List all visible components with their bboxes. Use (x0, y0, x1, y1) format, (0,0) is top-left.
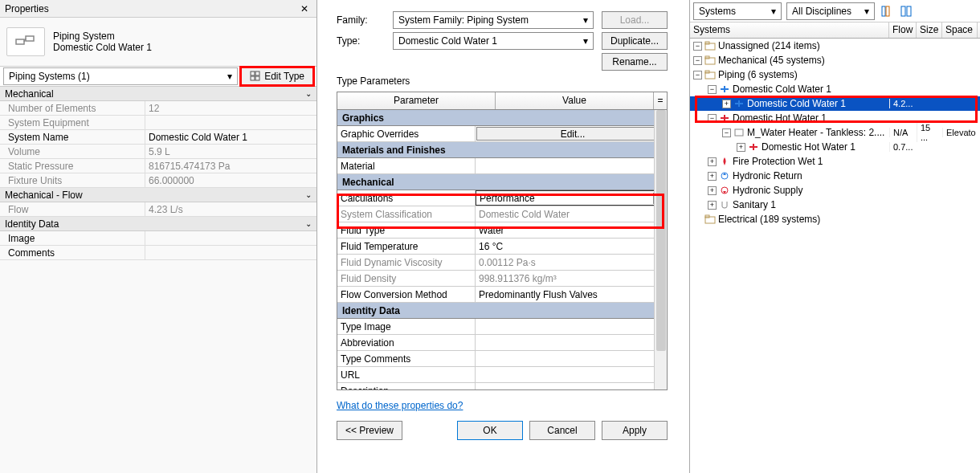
family-dropdown[interactable]: System Family: Piping System▾ (393, 11, 594, 29)
expand-toggle[interactable]: + (708, 186, 717, 195)
preview-button[interactable]: << Preview (337, 421, 402, 440)
section-header[interactable]: Identity Data⌄ (0, 217, 316, 231)
close-icon[interactable]: ✕ (297, 3, 312, 14)
col-size[interactable]: Size (917, 22, 942, 38)
edit-type-button[interactable]: Edit Type (241, 67, 313, 85)
tree-row[interactable]: −M_Water Heater - Tankless: 2....N/A15 .… (690, 125, 980, 140)
svg-rect-0 (16, 39, 24, 44)
property-row[interactable]: Flow4.23 L/s (0, 202, 316, 217)
parameter-column: Parameter (337, 92, 496, 109)
col-flow[interactable]: Flow (889, 22, 917, 38)
tree-row[interactable]: −Piping (6 systems) (690, 67, 980, 82)
expand-toggle[interactable]: − (693, 42, 702, 51)
property-row[interactable]: Number of Elements12 (0, 101, 316, 116)
tp-row[interactable]: CalculationsPerformance▾ (337, 190, 667, 206)
expand-toggle[interactable]: − (693, 56, 702, 65)
calculations-dropdown[interactable]: Performance▾ (476, 190, 667, 206)
tree-row[interactable]: +Hydronic Return (690, 169, 980, 183)
tp-row[interactable]: Fluid TypeWater (337, 222, 667, 239)
hydsup-icon (719, 185, 730, 196)
tp-section-header[interactable]: Identity Data⌄ (337, 303, 667, 319)
section-header[interactable]: Mechanical - Flow⌄ (0, 188, 316, 202)
tree-row[interactable]: −Unassigned (214 items) (690, 39, 980, 53)
rename-button[interactable]: Rename... (602, 53, 668, 71)
property-row[interactable]: Fixture Units66.000000 (0, 173, 316, 188)
svg-rect-7 (882, 6, 885, 16)
tp-row[interactable]: Fluid Temperature16 °C (337, 239, 667, 255)
tp-row[interactable]: Description (337, 383, 667, 390)
tp-section-header[interactable]: Mechanical⌄ (337, 174, 667, 190)
tp-row[interactable]: Material (337, 158, 667, 174)
tree-row[interactable]: Electrical (189 systems) (690, 212, 980, 226)
tp-row[interactable]: Fluid Density998.911376 kg/m³ (337, 271, 667, 287)
ok-button[interactable]: OK (457, 421, 523, 440)
tree-label: M_Water Heater - Tankless: 2.... (747, 127, 884, 138)
expand-toggle[interactable]: − (708, 85, 717, 94)
property-row[interactable]: Volume5.9 L (0, 145, 316, 159)
tree-label: Domestic Hot Water 1 (733, 112, 827, 124)
scrollbar[interactable] (654, 110, 667, 389)
svg-rect-6 (255, 76, 259, 80)
tree-row[interactable]: +Fire Protection Wet 1 (690, 154, 980, 169)
tree-row[interactable]: −Domestic Cold Water 1 (690, 82, 980, 96)
property-row[interactable]: System Equipment (0, 116, 316, 130)
tree-row[interactable]: +Domestic Cold Water 14.2... (690, 96, 980, 111)
expand-toggle[interactable]: + (708, 172, 717, 181)
refresh-icon[interactable] (899, 4, 913, 18)
pipe-red-icon (719, 112, 730, 124)
expand-toggle[interactable]: + (708, 157, 717, 166)
expand-toggle[interactable]: + (722, 100, 731, 108)
expand-toggle[interactable]: − (708, 114, 717, 123)
type-dropdown[interactable]: Domestic Cold Water 1▾ (393, 32, 594, 50)
section-header[interactable]: Mechanical⌄ (0, 87, 316, 101)
value-column: Value (496, 92, 654, 109)
tp-row[interactable]: Fluid Dynamic Viscosity0.00112 Pa·s (337, 255, 667, 271)
pipe-blue-icon (733, 98, 745, 109)
tree-row[interactable]: −Mechanical (45 systems) (690, 53, 980, 67)
expand-toggle[interactable]: + (737, 143, 745, 152)
type-parameters-label: Type Parameters (337, 75, 668, 87)
discipline-dropdown[interactable]: All Disciplines▾ (786, 2, 875, 20)
equals-icon[interactable]: = (654, 92, 667, 109)
load-button: Load... (602, 11, 668, 29)
svg-rect-3 (251, 71, 255, 75)
property-row[interactable]: Static Pressure816715.474173 Pa (0, 159, 316, 173)
expand-toggle[interactable]: + (708, 201, 717, 210)
property-row[interactable]: Comments (0, 246, 316, 260)
duplicate-button[interactable]: Duplicate... (602, 32, 668, 50)
edit-button[interactable]: Edit... (476, 127, 666, 141)
tp-row[interactable]: URL (337, 367, 667, 383)
heater-icon (733, 127, 745, 138)
type-selector-dropdown[interactable]: Piping Systems (1) ▾ (3, 67, 238, 85)
tp-row[interactable]: System ClassificationDomestic Cold Water (337, 206, 667, 222)
col-systems[interactable]: Systems (690, 22, 889, 38)
tree-row[interactable]: +Sanitary 1 (690, 198, 980, 212)
property-row[interactable]: Image (0, 231, 316, 246)
view-dropdown[interactable]: Systems▾ (693, 2, 782, 20)
tree-label: Unassigned (214 items) (718, 40, 820, 51)
tp-row[interactable]: Type Image (337, 319, 667, 335)
tp-section-header[interactable]: Materials and Finishes⌄ (337, 142, 667, 158)
expand-toggle[interactable]: − (693, 71, 702, 80)
folder-icon (704, 69, 716, 80)
tp-row[interactable]: Graphic OverridesEdit... (337, 126, 667, 142)
apply-button[interactable]: Apply (602, 421, 668, 440)
tp-section-header[interactable]: Graphics⌄ (337, 110, 667, 126)
tree-label: Fire Protection Wet 1 (733, 156, 823, 167)
col-space[interactable]: Space (942, 22, 978, 38)
cancel-button[interactable]: Cancel (529, 421, 595, 440)
tp-row[interactable]: Abbreviation (337, 335, 667, 351)
svg-rect-23 (735, 129, 743, 136)
column-settings-icon[interactable] (880, 4, 894, 18)
type-properties-dialog: Family: System Family: Piping System▾ Lo… (325, 0, 679, 473)
pipe-red-icon (748, 141, 759, 153)
family-label: Family: (337, 14, 393, 26)
folder-icon (704, 214, 716, 225)
tp-row[interactable]: Flow Conversion MethodPredominantly Flus… (337, 287, 667, 303)
expand-toggle[interactable]: − (722, 128, 731, 137)
help-link[interactable]: What do these properties do? (337, 400, 463, 411)
property-row[interactable]: System NameDomestic Cold Water 1 (0, 130, 316, 145)
svg-rect-10 (907, 6, 911, 16)
tree-row[interactable]: +Hydronic Supply (690, 183, 980, 198)
tp-row[interactable]: Type Comments (337, 351, 667, 367)
